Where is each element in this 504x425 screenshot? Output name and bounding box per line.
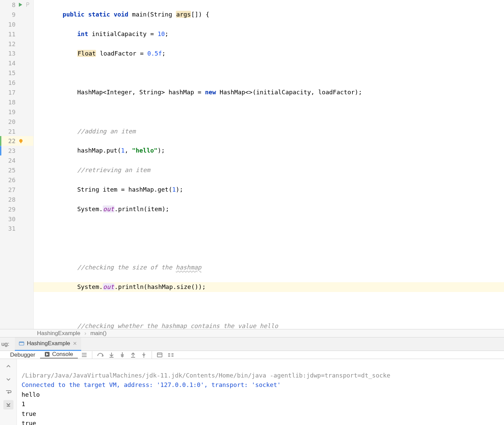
- intention-bulb-icon[interactable]: [18, 138, 24, 144]
- line-number: 23: [0, 147, 18, 154]
- console-play-icon: [45, 352, 50, 357]
- close-icon[interactable]: ✕: [73, 340, 77, 347]
- step-out-icon[interactable]: [130, 352, 136, 358]
- console-stdout-line: 1: [22, 400, 25, 407]
- tab-label: Console: [52, 351, 73, 358]
- line-number: 9: [0, 11, 18, 18]
- line-number: 11: [0, 31, 18, 38]
- soft-wrap-icon[interactable]: [3, 387, 13, 397]
- line-number: 22: [0, 137, 18, 144]
- separator: [152, 351, 152, 359]
- method-separator-icon: [26, 2, 30, 7]
- svg-marker-0: [19, 3, 22, 7]
- evaluate-expression-icon[interactable]: [157, 352, 163, 358]
- line-number: 20: [0, 118, 18, 125]
- svg-point-1: [19, 139, 23, 142]
- code-editor[interactable]: 8 9 10 11 12 13 14 15 16 17 18 19: [0, 0, 504, 329]
- scroll-up-icon[interactable]: [3, 362, 13, 371]
- line-number: 14: [0, 60, 18, 67]
- step-into-icon[interactable]: [108, 352, 115, 358]
- code-content[interactable]: public static void main(String args[]) {…: [34, 0, 504, 329]
- thread-dump-icon[interactable]: [81, 352, 87, 358]
- line-number: 28: [0, 196, 18, 203]
- line-number: 29: [0, 206, 18, 213]
- line-number: 27: [0, 186, 18, 193]
- tab-debugger[interactable]: Debugger: [5, 351, 40, 359]
- run-config-tab[interactable]: HashingExample ✕: [15, 337, 82, 351]
- console-output[interactable]: /Library/Java/JavaVirtualMachines/jdk-11…: [17, 359, 504, 425]
- run-config-name: HashingExample: [27, 340, 70, 347]
- trace-current-stream-chain-icon[interactable]: [167, 352, 174, 358]
- editor-gutter[interactable]: 8 9 10 11 12 13 14 15 16 17 18 19: [0, 0, 34, 329]
- breadcrumb-class[interactable]: HashingExample: [37, 330, 81, 337]
- line-number: 21: [0, 128, 18, 135]
- application-icon: [19, 341, 24, 346]
- breakpoint-stripe[interactable]: [0, 146, 1, 156]
- chevron-right-icon: ›: [85, 330, 87, 337]
- line-number: 30: [0, 216, 18, 223]
- console-stdout-line: hello: [22, 391, 40, 398]
- line-number: 18: [0, 99, 18, 106]
- line-number: 12: [0, 40, 18, 47]
- line-number: 26: [0, 176, 18, 184]
- line-number: 10: [0, 21, 18, 28]
- force-step-into-icon[interactable]: [119, 352, 125, 358]
- line-number: 15: [0, 69, 18, 76]
- line-number: 16: [0, 79, 18, 86]
- vcs-modified-stripe: [0, 136, 1, 146]
- scroll-down-icon[interactable]: [3, 374, 13, 384]
- separator: [92, 351, 92, 359]
- line-number: 8: [0, 1, 18, 8]
- console-info-line: Connected to the target VM, address: '12…: [22, 381, 281, 388]
- svg-rect-2: [20, 142, 22, 143]
- line-number: 24: [0, 157, 18, 164]
- tool-window-title: ug:: [1, 341, 11, 348]
- run-gutter-icon[interactable]: [18, 2, 23, 7]
- breadcrumb[interactable]: HashingExample › main(): [0, 329, 504, 337]
- tab-label: Debugger: [10, 352, 35, 358]
- debug-tool-window[interactable]: ug: HashingExample ✕ Debugger Console: [0, 337, 504, 425]
- step-over-icon[interactable]: [97, 352, 104, 358]
- breadcrumb-method[interactable]: main(): [90, 330, 106, 337]
- line-number: 25: [0, 167, 18, 174]
- console-stdout-line: true: [22, 420, 36, 425]
- line-number: 17: [0, 89, 18, 96]
- line-number: 31: [0, 225, 18, 232]
- console-command-line: /Library/Java/JavaVirtualMachines/jdk-11…: [22, 372, 390, 379]
- tab-console[interactable]: Console: [40, 351, 78, 359]
- svg-rect-4: [19, 342, 24, 343]
- console-stdout-line: true: [22, 410, 36, 417]
- scroll-to-end-icon[interactable]: [3, 400, 13, 410]
- run-to-cursor-icon[interactable]: [141, 352, 147, 358]
- line-number: 19: [0, 108, 18, 116]
- svg-rect-14: [157, 353, 162, 357]
- line-number: 13: [0, 50, 18, 57]
- console-side-toolbar: [0, 359, 17, 425]
